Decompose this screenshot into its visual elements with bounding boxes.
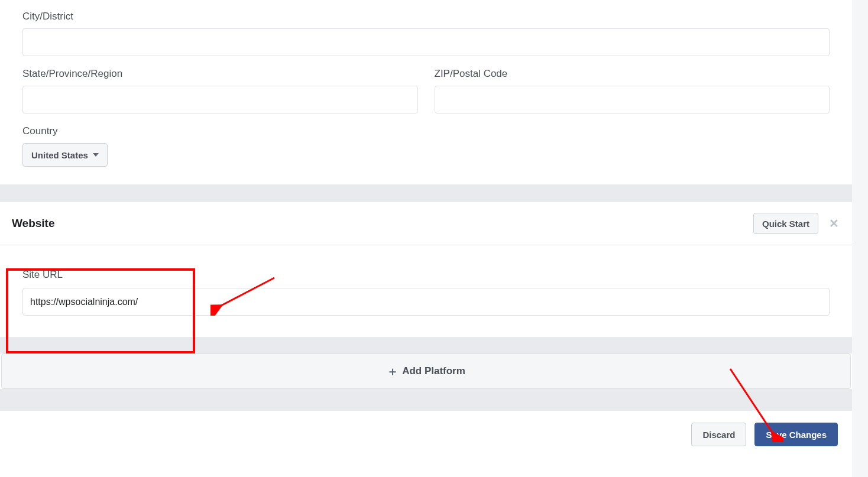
plus-icon: ＋ <box>387 365 399 377</box>
section-divider <box>0 389 852 411</box>
website-section-title: Website <box>12 217 55 230</box>
state-province-label: State/Province/Region <box>22 68 418 80</box>
country-value: United States <box>31 150 88 160</box>
section-divider <box>0 184 852 202</box>
country-select[interactable]: United States <box>22 143 108 167</box>
discard-button[interactable]: Discard <box>691 423 746 446</box>
right-margin <box>852 0 868 477</box>
city-district-input[interactable] <box>22 28 830 56</box>
chevron-down-icon <box>93 153 99 157</box>
site-url-label: Site URL <box>22 269 830 281</box>
zip-postal-label: ZIP/Postal Code <box>435 68 830 80</box>
city-district-label: City/District <box>22 11 830 22</box>
country-label: Country <box>22 125 830 137</box>
site-url-input[interactable] <box>22 288 830 316</box>
add-platform-label: Add Platform <box>402 365 465 377</box>
save-changes-button[interactable]: Save Changes <box>754 423 838 446</box>
add-platform-button[interactable]: ＋ Add Platform <box>1 353 851 389</box>
state-province-input[interactable] <box>22 86 418 113</box>
close-icon[interactable]: ✕ <box>829 218 839 229</box>
quick-start-button[interactable]: Quick Start <box>753 213 818 234</box>
section-divider <box>0 337 852 353</box>
zip-postal-input[interactable] <box>435 86 830 113</box>
